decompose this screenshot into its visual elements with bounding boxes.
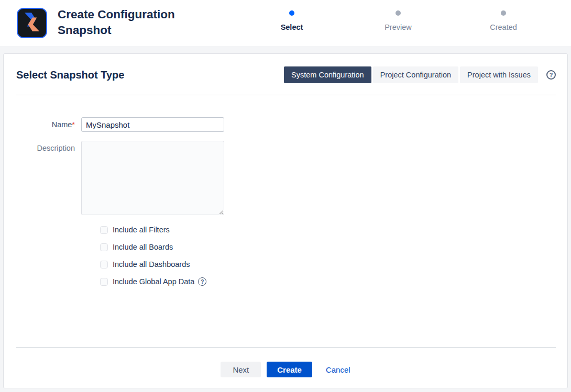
stepper-step-preview: Preview (361, 10, 435, 31)
checkbox-include-all-filters[interactable]: Include all Filters (100, 226, 567, 234)
footer-divider (16, 348, 556, 348)
name-field-row: Name* (4, 117, 567, 132)
tab-project-configuration[interactable]: Project Configuration (373, 66, 458, 83)
step-dot-active-icon (289, 10, 294, 16)
required-asterisk: * (72, 120, 75, 129)
snapshot-form: Name* Description Include all Filters In… (4, 117, 567, 286)
create-button[interactable]: Create (267, 362, 312, 377)
step-label: Preview (361, 23, 435, 31)
checkbox-unchecked-icon[interactable] (100, 243, 108, 251)
description-field-row: Description (4, 141, 567, 215)
stepper-step-created: Created (467, 10, 540, 31)
include-options-group: Include all Filters Include all Boards I… (100, 226, 567, 286)
card-top-row: Select Snapshot Type System Configuratio… (4, 54, 567, 83)
checkbox-include-all-boards[interactable]: Include all Boards (100, 243, 567, 251)
global-app-data-help-icon[interactable]: ? (198, 277, 206, 286)
description-textarea[interactable] (81, 141, 224, 215)
tab-system-configuration[interactable]: System Configuration (284, 66, 371, 83)
help-icon[interactable]: ? (546, 70, 556, 80)
step-dot-icon (396, 10, 401, 16)
next-button[interactable]: Next (221, 362, 261, 377)
stepper-step-select: Select (255, 10, 328, 31)
description-label: Description (4, 141, 81, 215)
checkbox-unchecked-icon[interactable] (100, 226, 108, 234)
dialog-header: Create Configuration Snapshot Select Pre… (0, 0, 571, 46)
step-dot-icon (501, 10, 506, 16)
step-label: Created (467, 23, 540, 31)
dialog-footer: Next Create Cancel (4, 362, 567, 377)
snapshot-type-tabs: System Configuration Project Configurati… (284, 66, 556, 83)
page-title: Create Configuration Snapshot (58, 7, 190, 38)
snapshot-arrows-icon (18, 8, 46, 38)
name-label: Name* (4, 117, 81, 132)
checkbox-include-all-dashboards[interactable]: Include all Dashboards (100, 260, 567, 268)
cancel-link[interactable]: Cancel (326, 365, 350, 374)
name-input[interactable] (81, 117, 224, 132)
checkbox-unchecked-icon[interactable] (100, 261, 108, 268)
step-label: Select (255, 23, 328, 31)
section-heading: Select Snapshot Type (16, 69, 124, 81)
checkbox-unchecked-icon[interactable] (100, 278, 108, 286)
app-logo (17, 8, 47, 38)
tab-project-with-issues[interactable]: Project with Issues (460, 66, 538, 83)
snapshot-dialog-card: Select Snapshot Type System Configuratio… (3, 53, 568, 388)
heading-divider (16, 95, 556, 95)
checkbox-include-global-app-data[interactable]: Include Global App Data ? (100, 277, 567, 286)
